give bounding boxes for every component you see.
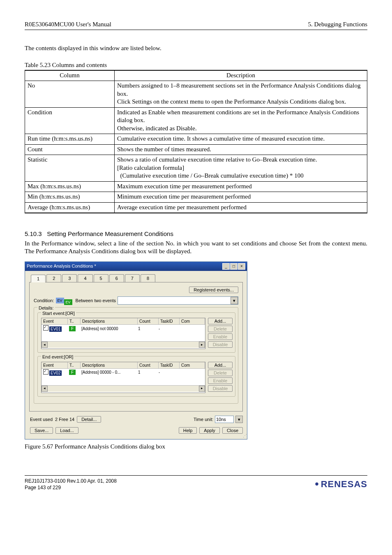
- tab-1[interactable]: 1: [31, 275, 46, 282]
- apply-button[interactable]: Apply: [199, 427, 220, 434]
- table-cell-column: Min (h:m:s.ms.us.ns): [25, 192, 115, 203]
- page-footer: REJ10J1733-0100 Rev.1.00 Apr. 01, 2008 P…: [25, 475, 367, 491]
- col-com: Com: [180, 362, 205, 368]
- horizontal-scrollbar[interactable]: ◂ ▸: [42, 341, 205, 348]
- tab-4[interactable]: 4: [78, 274, 92, 282]
- enable-button[interactable]: Enable: [208, 333, 233, 340]
- perf-analysis-conditions-dialog: Performance Analysis Conditions * _ □ × …: [25, 261, 247, 439]
- start-event-legend: Start event:[OR]: [41, 310, 76, 316]
- disable-button[interactable]: Disable: [208, 341, 233, 348]
- table-cell-column: Condition: [25, 107, 115, 134]
- intro-paragraph: The contents displayed in this window ar…: [25, 44, 367, 53]
- page-header: R0E530640MCU00 User's Manual 5. Debuggin…: [25, 21, 367, 30]
- footer-line2: Page 143 of 229: [25, 485, 117, 491]
- scroll-left-icon[interactable]: ◂: [42, 342, 48, 348]
- col-t: T..: [68, 318, 81, 324]
- row-task: -: [157, 370, 178, 375]
- col-desc: Descriptions: [81, 362, 138, 368]
- event-tag: EV02: [49, 370, 62, 376]
- table-cell-description: Shows the number of times measured.: [115, 144, 367, 155]
- condition-dropdown[interactable]: ▾: [118, 296, 238, 305]
- table-cell-column: No: [25, 81, 115, 108]
- time-unit-label: Time unit:: [194, 416, 213, 422]
- table-cell-description: Average execution time per measurement p…: [115, 202, 367, 213]
- th-description: Description: [115, 70, 367, 81]
- condition-label: Condition:: [34, 298, 54, 303]
- row-task: -: [157, 326, 178, 331]
- event-up-icon: EV: [56, 298, 64, 303]
- columns-contents-table: Column Description NoNumbers assigned to…: [25, 70, 367, 214]
- section-heading: 5.10.3 Setting Performance Measurement C…: [25, 230, 367, 238]
- list-item[interactable]: EV01 F [Address] not 00000 1 -: [42, 325, 205, 332]
- figure-caption: Figure 5.67 Performance Analysis Conditi…: [25, 443, 367, 451]
- tab-5[interactable]: 5: [94, 274, 108, 282]
- details-fieldset: Details: Start event:[OR] Event T.. Desc…: [34, 307, 238, 404]
- tabs-bar: 12345678: [25, 271, 247, 282]
- chevron-down-icon[interactable]: ▾: [235, 416, 243, 423]
- table-cell-description: Shows a ratio of cumulative execution ti…: [115, 155, 367, 182]
- row-count: 1: [136, 370, 157, 375]
- close-button[interactable]: Close: [222, 427, 243, 434]
- col-task: TaskID: [159, 318, 180, 324]
- minimize-icon[interactable]: _: [222, 263, 230, 270]
- detail-button[interactable]: Detail...: [77, 416, 101, 423]
- dialog-title: Performance Analysis Conditions *: [27, 263, 96, 269]
- list-item[interactable]: EV02 F [Address] 00000 - 0... 1 -: [42, 369, 205, 376]
- table-cell-column: Count: [25, 144, 115, 155]
- th-column: Column: [25, 70, 115, 81]
- close-icon[interactable]: ×: [238, 263, 245, 270]
- resize-grip-icon[interactable]: ⋰: [25, 433, 247, 439]
- tab-panel: Registered events... Condition: EV EV Be…: [29, 282, 243, 412]
- header-right: 5. Debugging Functions: [308, 21, 367, 29]
- table-caption: Table 5.23 Columns and contents: [25, 61, 367, 69]
- col-count: Count: [138, 362, 159, 368]
- delete-button[interactable]: Delete: [208, 370, 233, 376]
- row-desc: [Address] 00000 - 0...: [80, 370, 136, 375]
- checkbox-icon[interactable]: [43, 325, 48, 331]
- table-cell-description: Minimum execution time per measurement p…: [115, 192, 367, 203]
- table-cell-description: Cumulative execution time. It shows a cu…: [115, 134, 367, 145]
- event-flag: F: [69, 326, 76, 331]
- tab-2[interactable]: 2: [46, 274, 61, 282]
- add-button[interactable]: Add...: [208, 318, 233, 324]
- brand-text: RENESAS: [321, 479, 367, 490]
- enable-button[interactable]: Enable: [208, 377, 233, 384]
- chevron-down-icon[interactable]: ▾: [231, 297, 238, 304]
- end-event-fieldset: End event:[OR] Event T.. Descriptions Co…: [37, 356, 235, 396]
- col-com: Com: [180, 318, 205, 324]
- maximize-icon[interactable]: □: [230, 263, 238, 270]
- tab-8[interactable]: 8: [141, 274, 155, 282]
- section-number: 5.10.3: [25, 230, 42, 237]
- section-title: Setting Performance Measurement Conditio…: [47, 230, 173, 237]
- details-legend: Details:: [37, 305, 55, 311]
- delete-button[interactable]: Delete: [208, 326, 233, 332]
- scroll-right-icon[interactable]: ▸: [199, 342, 205, 348]
- col-task: TaskID: [159, 362, 180, 368]
- horizontal-scrollbar[interactable]: ◂ ▸: [42, 385, 205, 392]
- checkbox-icon[interactable]: [43, 369, 48, 375]
- tab-6[interactable]: 6: [109, 274, 124, 282]
- event-flag: F: [69, 370, 76, 375]
- event-used-label: Event used: [30, 416, 53, 422]
- col-event: Event: [42, 318, 68, 324]
- table-cell-column: Run time (h:m:s.ms.us.ns): [25, 134, 115, 145]
- registered-events-button[interactable]: Registered events...: [189, 287, 238, 293]
- dialog-titlebar[interactable]: Performance Analysis Conditions * _ □ ×: [25, 262, 247, 271]
- start-event-list[interactable]: Event T.. Descriptions Count TaskID Com …: [41, 318, 205, 349]
- load-button[interactable]: Load...: [55, 427, 78, 434]
- time-unit-field[interactable]: [215, 416, 234, 423]
- table-cell-description: Numbers assigned to 1–8 measurement sect…: [115, 81, 367, 108]
- col-t: T..: [68, 362, 81, 368]
- add-button[interactable]: Add...: [208, 362, 233, 368]
- save-button[interactable]: Save...: [30, 427, 53, 434]
- tab-7[interactable]: 7: [125, 274, 140, 282]
- disable-button[interactable]: Disable: [208, 385, 233, 392]
- help-button[interactable]: Help: [179, 427, 197, 434]
- scroll-left-icon[interactable]: ◂: [42, 386, 48, 392]
- event-down-icon: EV: [64, 299, 72, 305]
- tab-3[interactable]: 3: [62, 274, 77, 282]
- col-event: Event: [42, 362, 68, 368]
- scroll-right-icon[interactable]: ▸: [199, 386, 205, 392]
- event-used-count: 2 Free 14: [55, 416, 74, 422]
- end-event-list[interactable]: Event T.. Descriptions Count TaskID Com …: [41, 362, 205, 393]
